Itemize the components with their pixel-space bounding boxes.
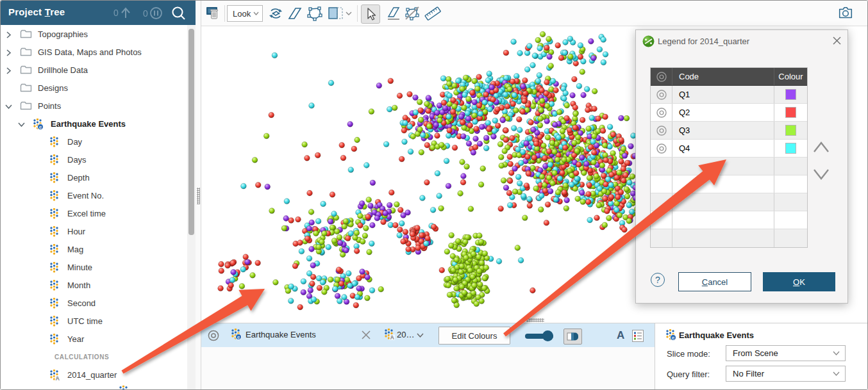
query-filter-value: No Filter	[733, 369, 764, 378]
draw-slicer-polygon-button[interactable]	[306, 5, 323, 22]
points-icon	[49, 262, 60, 273]
close-icon[interactable]	[832, 36, 844, 47]
rotate-slicer-button[interactable]	[267, 5, 284, 22]
row-visibility-eye-icon[interactable]	[651, 122, 672, 139]
tree-item-gis-data-maps-and-photos[interactable]: GIS Data, Maps and Photos	[1, 44, 187, 61]
chevron-expanded-icon[interactable]	[17, 120, 26, 129]
tree-item-depth[interactable]: Depth	[1, 169, 187, 187]
tree-item-partial[interactable]	[1, 384, 187, 390]
legend-row-q3[interactable]: Q3	[651, 122, 807, 140]
legend-row-q1[interactable]: Q1	[651, 86, 807, 104]
folder-icon	[20, 29, 32, 39]
tree-item-day[interactable]: Day	[1, 133, 187, 151]
slice-mode-dropdown[interactable]: From Scene	[726, 345, 846, 361]
tree-item-excel-time[interactable]: Excel time	[1, 205, 187, 223]
point-size-slider-knob[interactable]	[542, 330, 553, 341]
shape-properties-panel: e Earthquake Events Slice mode: From Sce…	[655, 323, 868, 390]
tree-scrollbar[interactable]	[187, 25, 196, 390]
code-cell[interactable]: Q3	[672, 122, 774, 139]
properties-scrollbar[interactable]	[849, 344, 859, 390]
visibility-eye-icon[interactable]	[206, 329, 221, 342]
chevron-expanded-icon[interactable]	[4, 102, 13, 111]
properties-title: Earthquake Events	[679, 330, 754, 340]
splitter-grip[interactable]	[197, 188, 200, 204]
polygon-measure-button[interactable]	[404, 5, 421, 22]
ruler-button[interactable]	[424, 5, 441, 22]
chevron-collapsed-icon[interactable]	[4, 49, 13, 57]
query-filter-dropdown[interactable]: No Filter	[726, 366, 846, 382]
text-labels-icon[interactable]: A	[617, 329, 624, 342]
tree-item-designs[interactable]: Designs	[1, 79, 187, 97]
points-object-icon: e	[231, 329, 242, 340]
tree-scrollbar-thumb[interactable]	[188, 29, 194, 235]
tree-item-event-no-[interactable]: Event No.	[1, 187, 187, 205]
legend-dialog: Legend for 2014_quarter Code Colour Q1 Q…	[635, 29, 848, 304]
query-filter-label: Query filter:	[667, 370, 710, 379]
pause-icon	[149, 6, 163, 20]
row-visibility-eye-icon[interactable]	[651, 140, 672, 157]
tree-item-hour[interactable]: Hour	[1, 223, 187, 241]
draw-slicer-line-button[interactable]	[287, 5, 303, 22]
tree-item-utc-time[interactable]: UTC time	[1, 313, 187, 330]
look-dropdown[interactable]: Look	[227, 5, 263, 22]
measure-slicer-button[interactable]	[385, 5, 402, 22]
ok-button[interactable]: OK	[763, 272, 835, 291]
code-cell[interactable]: Q2	[672, 104, 774, 121]
point-shape-toggle[interactable]	[563, 329, 582, 345]
points-icon	[49, 280, 60, 291]
tree-item-points[interactable]: Points	[1, 97, 187, 115]
legend-empty-row	[651, 193, 807, 211]
tree-item-mag[interactable]: Mag	[1, 241, 187, 259]
shape-list-row[interactable]: e Earthquake Events A 20… Edit Colours	[201, 323, 655, 347]
attribute-chevron-icon[interactable]	[417, 333, 424, 337]
colour-cell[interactable]	[774, 140, 807, 157]
clear-scene-button[interactable]	[205, 5, 222, 22]
application-window: Project Tree 0 0 TopographiesGIS Data, M…	[0, 0, 868, 390]
tree-item-days[interactable]: Days	[1, 151, 187, 169]
search-icon[interactable]	[170, 4, 187, 22]
cancel-button[interactable]: Cancel	[678, 272, 751, 291]
tree-item-year[interactable]: Year	[1, 330, 187, 348]
tree-item-month[interactable]: Month	[1, 277, 187, 295]
project-tree-title: Project Tree	[8, 6, 65, 17]
camera-snapshot-button[interactable]	[837, 5, 854, 22]
tree-item-earthquake-events[interactable]: eEarthquake Events	[1, 115, 187, 133]
legend-dialog-title: Legend for 2014_quarter	[658, 37, 749, 46]
chevron-down-icon	[253, 12, 259, 15]
look-dropdown-label: Look	[233, 9, 251, 19]
upload-counter: 0	[113, 6, 131, 19]
move-row-up-button[interactable]	[812, 140, 830, 154]
shape-name-label: Earthquake Events	[246, 330, 316, 339]
chevron-collapsed-icon[interactable]	[4, 31, 13, 39]
colour-cell[interactable]	[774, 86, 807, 103]
chevron-collapsed-icon[interactable]	[4, 67, 13, 75]
remove-shape-icon[interactable]	[361, 330, 371, 340]
code-cell[interactable]: Q1	[672, 86, 774, 103]
edit-colours-button[interactable]: Edit Colours	[438, 327, 510, 345]
row-visibility-eye-icon[interactable]	[651, 104, 672, 121]
legend-row-q2[interactable]: Q2	[651, 104, 807, 122]
edit-colours-label: Edit Colours	[452, 331, 497, 341]
select-cursor-button[interactable]	[361, 4, 380, 24]
legend-list-icon[interactable]	[632, 330, 644, 342]
scene-panel-grip[interactable]	[526, 318, 544, 322]
chevron-down-icon	[833, 351, 840, 355]
tree-item-2014-quarter[interactable]: A2014_quarter	[1, 366, 187, 384]
tree-item-drillhole-data[interactable]: Drillhole Data	[1, 61, 187, 79]
slice-mode-button[interactable]	[327, 5, 353, 22]
colour-cell[interactable]	[774, 104, 807, 121]
code-column-header: Code	[672, 68, 774, 85]
chevron-down-icon	[833, 371, 840, 376]
tree-item-topographies[interactable]: Topographies	[1, 26, 187, 44]
svg-text:e: e	[672, 335, 674, 341]
row-visibility-eye-icon[interactable]	[651, 86, 672, 103]
move-row-down-button[interactable]	[812, 167, 830, 181]
colour-swatch	[785, 89, 796, 100]
tree-item-minute[interactable]: Minute	[1, 259, 187, 277]
tree-item-second[interactable]: Second	[1, 295, 187, 313]
code-cell[interactable]: Q4	[672, 140, 774, 157]
legend-row-q4[interactable]: Q4	[651, 140, 807, 158]
colour-cell[interactable]	[774, 122, 807, 139]
help-button[interactable]: ?	[651, 273, 665, 287]
slice-mode-label: Slice mode:	[667, 349, 710, 359]
